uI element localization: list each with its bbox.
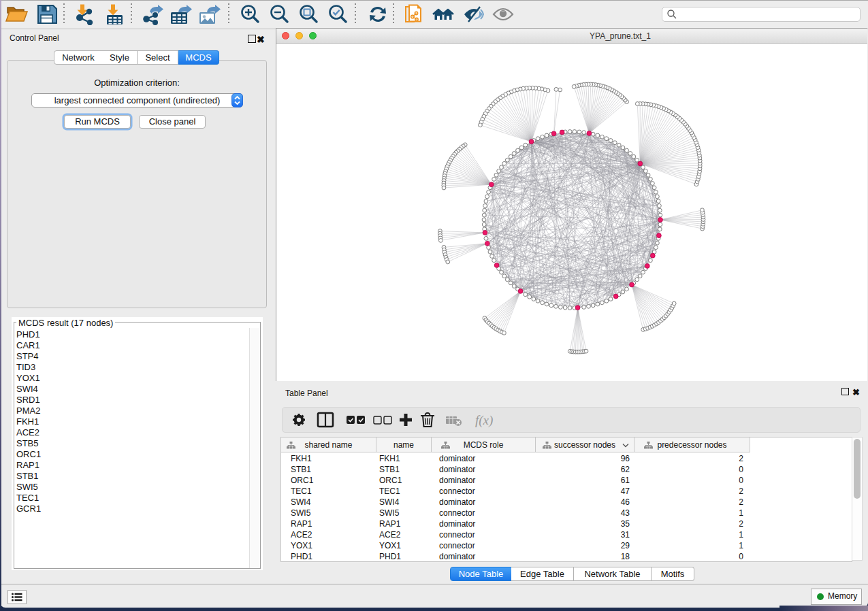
svg-text:f(x): f(x)	[475, 413, 493, 428]
